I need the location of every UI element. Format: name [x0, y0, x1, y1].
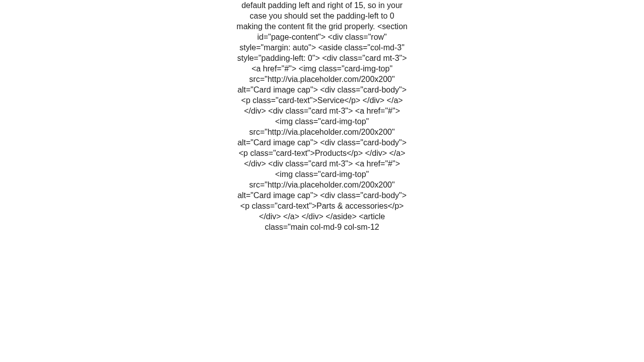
answer-body: default padding left and right of 15, so… [236, 0, 408, 232]
answer-text: default padding left and right of 15, so… [236, 0, 408, 232]
